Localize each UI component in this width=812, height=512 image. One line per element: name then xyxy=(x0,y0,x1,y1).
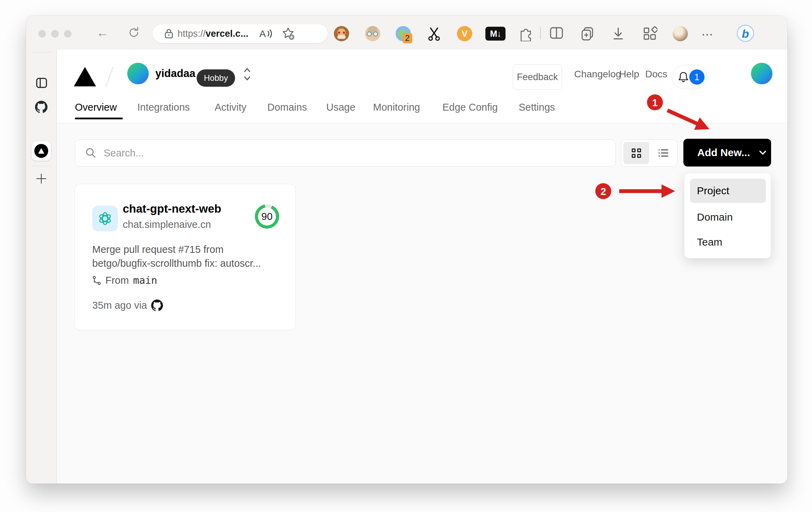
dropdown-item-team[interactable]: Team xyxy=(690,230,766,254)
score-ring[interactable]: 90 xyxy=(255,204,279,229)
vercel-favicon xyxy=(34,144,48,158)
team-name[interactable]: yidadaa xyxy=(155,63,195,84)
tampermonkey-extension-icon[interactable] xyxy=(334,26,349,41)
notification-count-badge: 1 xyxy=(689,69,705,85)
deployed-time: 35m ago via xyxy=(92,300,147,311)
feedback-button[interactable]: Feedback xyxy=(513,64,562,90)
favorite-star-icon[interactable] xyxy=(282,27,295,41)
dropdown-item-domain[interactable]: Domain xyxy=(690,205,766,229)
docs-link[interactable]: Docs xyxy=(645,69,667,80)
branch-name: main xyxy=(133,274,157,286)
list-view-icon xyxy=(658,148,669,158)
vercel-active-tab[interactable] xyxy=(32,141,51,161)
reload-button[interactable] xyxy=(127,26,140,39)
v-extension-icon[interactable]: V xyxy=(457,26,472,41)
extensions-puzzle-icon[interactable] xyxy=(518,26,533,41)
project-domain[interactable]: chat.simplenaive.cn xyxy=(123,219,211,230)
browser-window: ← https://vercel.c... A xyxy=(26,16,787,484)
vercel-dashboard: yidadaa Hobby Feedback Changelog Help Do… xyxy=(57,50,787,484)
chevron-down-icon xyxy=(759,150,767,155)
tab-edge-config[interactable]: Edge Config xyxy=(442,102,498,113)
downloads-icon[interactable] xyxy=(611,26,625,41)
active-tab-underline xyxy=(75,118,123,119)
commit-line-1: Merge pull request #715 from xyxy=(92,242,279,256)
bing-chat-icon[interactable]: b xyxy=(737,25,754,42)
view-toggle xyxy=(621,139,677,167)
apps-grid-icon[interactable] xyxy=(642,26,657,41)
add-new-button[interactable]: Add New... xyxy=(683,139,771,167)
git-branch-icon xyxy=(92,275,101,285)
extension-badge: 2 xyxy=(403,33,412,43)
vertical-tabs-sidebar xyxy=(26,50,57,484)
score-value: 90 xyxy=(258,207,276,225)
markdown-extension-icon[interactable]: M↓ xyxy=(485,27,506,41)
help-link[interactable]: Help xyxy=(619,69,639,80)
openai-logo-icon xyxy=(96,210,114,227)
tab-integrations[interactable]: Integrations xyxy=(137,102,190,113)
grid-view-icon xyxy=(632,148,641,158)
scissors-extension-icon[interactable] xyxy=(426,26,442,41)
new-tab-button[interactable] xyxy=(36,174,46,184)
browser-profile-avatar[interactable] xyxy=(673,26,688,41)
tab-usage[interactable]: Usage xyxy=(326,102,355,113)
sidebar-divider xyxy=(32,166,51,166)
avatar-extension-icon[interactable] xyxy=(365,26,380,41)
lock-icon xyxy=(164,28,173,39)
user-avatar[interactable] xyxy=(751,63,772,84)
list-view-button[interactable] xyxy=(649,148,677,158)
url-scheme: https:// xyxy=(178,28,206,39)
search-icon xyxy=(85,147,97,159)
read-aloud-icon[interactable]: A xyxy=(259,28,273,40)
address-bar[interactable]: https://vercel.c... A xyxy=(153,24,328,43)
commit-line-2: betgo/bugfix-scrollthumb fix: autoscr... xyxy=(92,256,279,270)
traffic-light-minimize-icon[interactable] xyxy=(51,30,59,37)
team-avatar[interactable] xyxy=(127,63,149,84)
vercel-logo[interactable] xyxy=(74,67,96,86)
tab-settings[interactable]: Settings xyxy=(519,102,555,113)
traffic-light-close-icon[interactable] xyxy=(38,30,46,37)
svg-text:A: A xyxy=(259,28,266,39)
team-switcher-icon[interactable] xyxy=(243,66,251,83)
commit-message[interactable]: Merge pull request #715 from betgo/bugfi… xyxy=(92,242,279,270)
sidebar-divider xyxy=(32,52,51,52)
grid-view-button[interactable] xyxy=(623,142,649,164)
tab-activity[interactable]: Activity xyxy=(215,102,247,113)
dashboard-header: yidadaa Hobby Feedback Changelog Help Do… xyxy=(57,50,787,123)
branch-row: From main xyxy=(92,274,157,286)
tab-domains[interactable]: Domains xyxy=(267,102,307,113)
tab-monitoring[interactable]: Monitoring xyxy=(373,102,420,113)
traffic-light-zoom-icon[interactable] xyxy=(64,30,71,37)
github-tab-icon[interactable] xyxy=(35,101,47,113)
add-new-label: Add New... xyxy=(697,147,750,159)
changelog-link[interactable]: Changelog xyxy=(574,69,621,80)
project-icon-tile xyxy=(92,206,118,231)
project-card[interactable]: chat-gpt-next-web chat.simplenaive.cn 90… xyxy=(75,184,296,330)
project-name[interactable]: chat-gpt-next-web xyxy=(123,202,221,215)
breadcrumb-slash xyxy=(105,67,113,87)
tab-overview[interactable]: Overview xyxy=(75,102,117,113)
deployment-meta: 35m ago via xyxy=(92,299,163,311)
add-new-dropdown: Project Domain Team xyxy=(684,173,771,258)
back-button[interactable]: ← xyxy=(95,25,111,40)
tab-actions-icon[interactable] xyxy=(36,77,47,88)
plan-badge: Hobby xyxy=(197,69,235,87)
github-icon xyxy=(151,299,163,311)
more-menu-icon[interactable]: ⋯ xyxy=(701,27,714,41)
search-bar[interactable] xyxy=(75,139,616,167)
collections-icon[interactable] xyxy=(580,26,595,41)
split-screen-icon[interactable] xyxy=(549,26,564,40)
dropdown-item-project[interactable]: Project xyxy=(690,179,766,203)
screenshot-stage: ← https://vercel.c... A xyxy=(0,0,812,512)
url-text: https://vercel.c... xyxy=(178,28,248,39)
url-host: vercel.c... xyxy=(206,28,248,39)
branch-prefix: From xyxy=(105,275,129,286)
search-input[interactable] xyxy=(104,147,589,159)
toolbar-divider xyxy=(540,27,541,39)
bell-icon xyxy=(677,71,690,84)
badged-extension-icon[interactable]: 2 xyxy=(396,26,411,41)
browser-toolbar: ← https://vercel.c... A xyxy=(26,16,787,50)
